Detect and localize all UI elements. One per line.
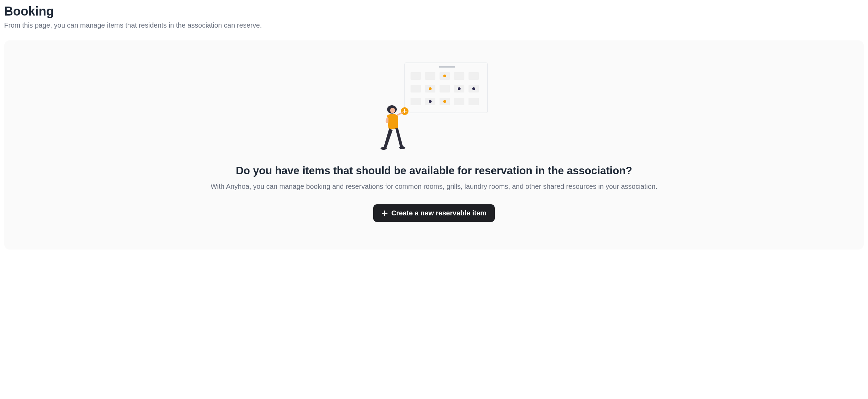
- svg-rect-16: [411, 98, 421, 105]
- svg-rect-10: [440, 85, 450, 93]
- svg-point-14: [458, 87, 461, 90]
- calendar-person-illustration: [379, 61, 489, 151]
- svg-point-29: [399, 146, 405, 149]
- svg-rect-2: [411, 72, 421, 80]
- svg-point-28: [381, 147, 387, 150]
- svg-rect-8: [411, 85, 421, 93]
- page-title: Booking: [4, 4, 864, 19]
- svg-point-22: [443, 100, 446, 103]
- svg-rect-20: [468, 98, 479, 105]
- create-button-label: Create a new reservable item: [391, 209, 486, 217]
- svg-rect-3: [425, 72, 435, 80]
- page-subtitle: From this page, you can manage items tha…: [4, 21, 864, 29]
- empty-state-card: Do you have items that should be availab…: [4, 40, 864, 250]
- create-reservable-item-button[interactable]: Create a new reservable item: [373, 204, 495, 222]
- svg-point-15: [472, 87, 475, 90]
- svg-point-13: [429, 87, 432, 90]
- svg-point-24: [390, 108, 395, 113]
- svg-rect-5: [454, 72, 464, 80]
- plus-icon: [382, 210, 388, 216]
- svg-point-7: [443, 75, 446, 77]
- empty-state-heading: Do you have items that should be availab…: [18, 165, 850, 177]
- empty-state-description: With Anyhoa, you can manage booking and …: [18, 183, 850, 191]
- svg-rect-6: [468, 72, 479, 80]
- svg-point-21: [429, 100, 432, 103]
- svg-rect-19: [454, 98, 464, 105]
